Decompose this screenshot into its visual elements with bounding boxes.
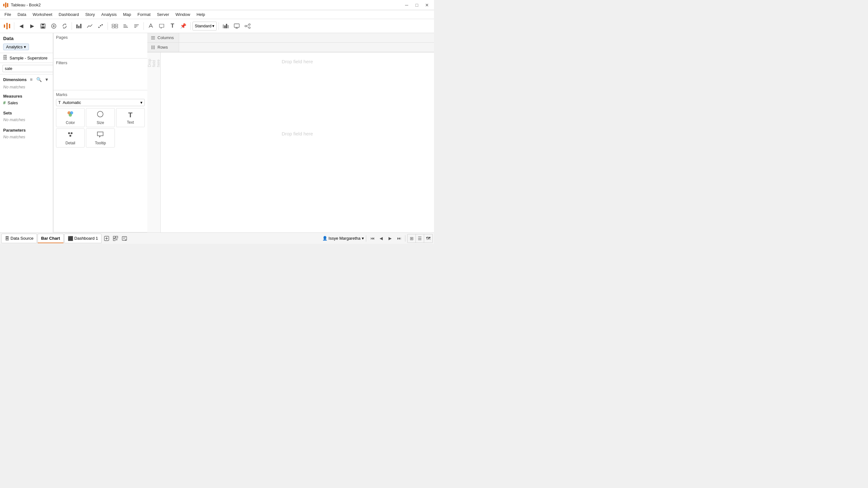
chart-scatter-button[interactable] xyxy=(95,21,106,31)
marks-size-button[interactable]: Size xyxy=(86,108,115,127)
add-sheet-button[interactable] xyxy=(102,234,111,243)
toolbar-separator-6 xyxy=(219,22,219,30)
show-me-button[interactable] xyxy=(221,21,231,31)
nav-last-button[interactable]: ⏭ xyxy=(395,234,403,242)
group-button[interactable] xyxy=(110,21,120,31)
share-button[interactable] xyxy=(243,21,253,31)
tab-dashboard1[interactable]: ⬛ Dashboard 1 xyxy=(64,234,101,243)
row-header: Dropfieldhere xyxy=(147,53,161,232)
sales-field-item[interactable]: # Sales xyxy=(0,99,53,106)
pages-title: Pages xyxy=(56,35,145,40)
menu-story[interactable]: Story xyxy=(82,10,98,19)
svg-point-38 xyxy=(248,27,250,28)
tab-barchart[interactable]: Bar Chart xyxy=(37,234,63,243)
marks-text-button[interactable]: T Text xyxy=(116,108,145,127)
close-button[interactable]: ✕ xyxy=(423,1,431,9)
add-story-button[interactable] xyxy=(120,234,129,243)
parameters-header: Parameters xyxy=(0,126,53,133)
toolbar: ◀ ▶ xyxy=(0,19,434,33)
datasource-name: Sample - Superstore xyxy=(9,56,48,60)
menu-analysis[interactable]: Analysis xyxy=(98,10,120,19)
analytics-button[interactable]: Analytics ▾ xyxy=(3,43,29,50)
rows-label-text: Rows xyxy=(157,45,168,50)
text-button[interactable]: T xyxy=(167,21,178,31)
sets-no-matches: No matches xyxy=(0,116,53,125)
menu-dashboard[interactable]: Dashboard xyxy=(55,10,82,19)
menu-worksheet[interactable]: Worksheet xyxy=(29,10,55,19)
auto-update-button[interactable] xyxy=(60,21,70,31)
marks-detail-button[interactable]: Detail xyxy=(56,128,85,148)
fit-dropdown[interactable]: Standard ▾ xyxy=(192,22,217,31)
filters-body xyxy=(56,66,145,79)
marks-type-arrow: ▾ xyxy=(140,100,143,105)
save-button[interactable] xyxy=(38,21,48,31)
sort-asc-button[interactable] xyxy=(121,21,131,31)
color-icon xyxy=(66,110,74,120)
maximize-button[interactable]: □ xyxy=(412,1,421,9)
menu-file[interactable]: File xyxy=(1,10,14,19)
svg-point-17 xyxy=(101,24,103,26)
svg-point-15 xyxy=(98,27,100,28)
view-list-button[interactable]: ☰ xyxy=(416,234,424,242)
svg-rect-30 xyxy=(224,26,225,28)
forward-button[interactable]: ▶ xyxy=(27,21,37,31)
datasource-row[interactable]: 🗄 Sample - Superstore xyxy=(0,53,53,63)
tab-datasource[interactable]: 🗄 Data Source xyxy=(1,234,37,243)
marks-color-button[interactable]: Color xyxy=(56,108,85,127)
drop-hint-center: Drop field here xyxy=(282,131,313,136)
status-right: 👤 Issye Margaretha ▾ ⏮ ◀ ▶ ⏭ ⊞ ☰ 🗺 xyxy=(322,234,433,243)
rows-label: Rows xyxy=(147,42,179,52)
highlight-button[interactable] xyxy=(146,21,156,31)
marks-type-dropdown[interactable]: T Automatic ▾ xyxy=(56,99,145,106)
dimensions-list-icon[interactable]: ≡ xyxy=(28,76,34,83)
svg-rect-32 xyxy=(227,25,229,28)
drop-canvas[interactable]: Drop field here Drop field here xyxy=(161,53,434,232)
sales-field-label: Sales xyxy=(8,100,18,105)
minimize-button[interactable]: ─ xyxy=(402,1,411,9)
nav-first-button[interactable]: ⏮ xyxy=(368,234,376,242)
menu-server[interactable]: Server xyxy=(154,10,172,19)
back-button[interactable]: ◀ xyxy=(16,21,26,31)
dimensions-dropdown-icon[interactable]: ▾ xyxy=(43,76,50,83)
view-grid-button[interactable]: ⊞ xyxy=(408,234,416,242)
marks-type-icon: T xyxy=(58,100,61,105)
pin-button[interactable]: 📌 xyxy=(178,21,188,31)
menu-help[interactable]: Help xyxy=(193,10,209,19)
view-map-button[interactable]: 🗺 xyxy=(424,234,432,242)
parameters-label: Parameters xyxy=(3,128,26,133)
sort-desc-button[interactable] xyxy=(131,21,142,31)
menu-map[interactable]: Map xyxy=(120,10,134,19)
svg-rect-33 xyxy=(234,24,239,27)
dimensions-search-icon[interactable]: 🔍 xyxy=(36,76,42,83)
filters-title: Filters xyxy=(56,60,145,65)
svg-point-44 xyxy=(97,111,103,117)
user-name: Issye Margaretha xyxy=(329,236,361,241)
chart-line-button[interactable] xyxy=(85,21,95,31)
chart-bar-button[interactable] xyxy=(74,21,84,31)
measures-header: Measures xyxy=(0,92,53,99)
present-button[interactable] xyxy=(231,21,242,31)
svg-rect-29 xyxy=(223,25,224,28)
toolbar-separator-5 xyxy=(190,22,191,30)
status-bar: 🗄 Data Source Bar Chart ⬛ Dashboard 1 xyxy=(0,232,434,244)
menu-data[interactable]: Data xyxy=(14,10,29,19)
measures-label: Measures xyxy=(3,94,22,99)
add-dashboard-button[interactable] xyxy=(111,234,120,243)
new-datasource-button[interactable] xyxy=(49,21,59,31)
fit-dropdown-arrow: ▾ xyxy=(212,24,214,28)
sets-label: Sets xyxy=(3,111,12,116)
menu-format[interactable]: Format xyxy=(134,10,154,19)
menu-window[interactable]: Window xyxy=(172,10,193,19)
nav-next-button[interactable]: ▶ xyxy=(386,234,394,242)
tableau-logo-button[interactable] xyxy=(2,21,12,31)
search-input[interactable] xyxy=(3,65,53,72)
datasource-icon: 🗄 xyxy=(3,55,8,61)
marks-tooltip-button[interactable]: Tooltip xyxy=(86,128,115,148)
left-panel: Data Analytics ▾ 🗄 Sample - Superstore ✕… xyxy=(0,33,53,232)
nav-prev-button[interactable]: ◀ xyxy=(377,234,385,242)
user-info[interactable]: 👤 Issye Margaretha ▾ xyxy=(322,236,364,241)
svg-rect-5 xyxy=(9,24,10,28)
annotation-button[interactable] xyxy=(157,21,167,31)
dimensions-icons: ≡ 🔍 ▾ xyxy=(28,76,50,83)
toolbar-separator-2 xyxy=(71,22,72,30)
